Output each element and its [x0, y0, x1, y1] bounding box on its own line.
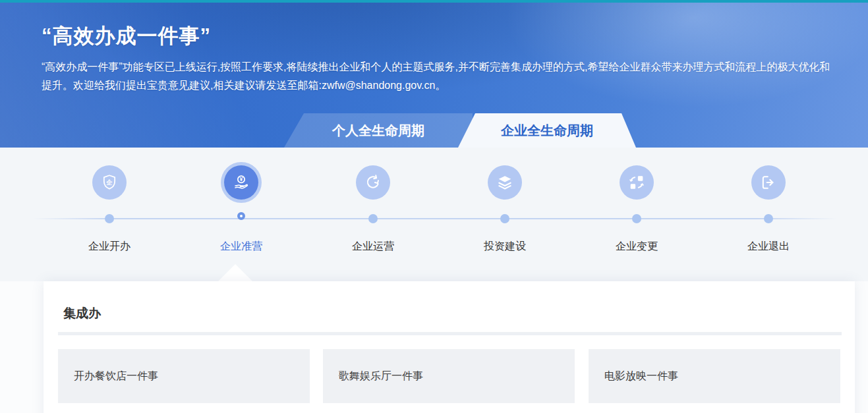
step-label: 企业开办: [53, 240, 165, 254]
svg-text:企: 企: [105, 179, 113, 186]
card-movie-screening-service[interactable]: 电影放映一件事: [589, 349, 840, 403]
step-circle: [488, 165, 522, 200]
hero-banner: “高效办成一件事” “高效办成一件事”功能专区已上线运行,按照工作要求,将陆续推…: [0, 0, 868, 148]
step-enterprise-permit[interactable]: ¥ 企业准营: [185, 148, 297, 281]
layers-icon: [496, 173, 514, 192]
content-panel: 集成办 开办餐饮店一件事 歌舞娱乐厅一件事 电影放映一件事: [43, 281, 855, 413]
step-label: 企业运营: [317, 240, 429, 254]
step-label: 企业准营: [185, 240, 297, 254]
hand-coin-icon: ¥: [232, 173, 250, 192]
step-circle: 企: [92, 165, 127, 200]
svg-text:¥: ¥: [240, 176, 243, 182]
step-enterprise-change[interactable]: 企业变更: [581, 148, 693, 281]
step-dot: [764, 214, 773, 223]
section-divider: [58, 332, 842, 335]
step-circle: [620, 165, 654, 200]
cycle-arrows-icon: [364, 173, 382, 192]
card-dance-hall-service[interactable]: 歌舞娱乐厅一件事: [323, 349, 575, 403]
step-dot: [368, 214, 378, 223]
step-circle: [751, 165, 786, 200]
step-label: 企业退出: [712, 240, 825, 254]
step-label: 投资建设: [449, 240, 561, 254]
step-enterprise-operation[interactable]: 企业运营: [317, 148, 429, 281]
page-title: “高效办成一件事”: [42, 22, 211, 50]
card-label: 歌舞娱乐厅一件事: [339, 370, 423, 383]
top-accent-strip: [0, 0, 868, 3]
tab-personal-label: 个人全生命周期: [332, 122, 424, 140]
service-cards: 开办餐饮店一件事 歌舞娱乐厅一件事 电影放映一件事: [58, 349, 842, 403]
hero-description: “高效办成一件事”功能专区已上线运行,按照工作要求,将陆续推出企业和个人的主题式…: [42, 58, 831, 95]
step-circle: [356, 165, 390, 200]
shield-enterprise-icon: 企: [100, 173, 119, 192]
tab-enterprise-lifecycle[interactable]: 企业全生命周期: [458, 113, 636, 148]
card-label: 电影放映一件事: [604, 370, 678, 383]
step-enterprise-start[interactable]: 企 企业开办: [53, 148, 165, 281]
card-restaurant-service[interactable]: 开办餐饮店一件事: [58, 349, 310, 403]
step-investment-construction[interactable]: 投资建设: [449, 148, 561, 281]
step-dot: [632, 214, 641, 223]
lifecycle-tabs: 个人全生命周期 企业全生命周期: [0, 113, 868, 148]
card-label: 开办餐饮店一件事: [74, 370, 158, 383]
tab-personal-lifecycle[interactable]: 个人全生命周期: [284, 113, 473, 148]
section-title: 集成办: [63, 305, 101, 322]
tab-enterprise-label: 企业全生命周期: [501, 122, 593, 140]
step-label: 企业变更: [581, 240, 693, 254]
step-dot-active: [237, 212, 245, 220]
page: “高效办成一件事” “高效办成一件事”功能专区已上线运行,按照工作要求,将陆续推…: [0, 0, 868, 413]
step-dot: [105, 214, 114, 223]
step-enterprise-exit[interactable]: 企业退出: [712, 148, 825, 281]
step-circle: ¥: [224, 165, 258, 200]
enterprise-lifecycle-steps: 企 企业开办 ¥ 企业准营: [0, 148, 868, 281]
step-dot: [500, 214, 509, 223]
swap-squares-icon: [627, 173, 646, 192]
panel-notch-arrow: [218, 264, 252, 281]
exit-icon: [759, 173, 778, 192]
